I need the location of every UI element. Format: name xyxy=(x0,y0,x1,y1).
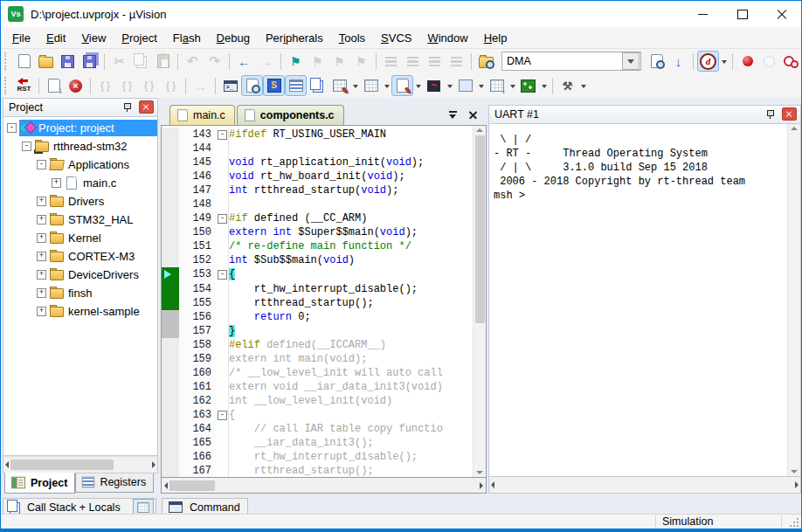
command-window-button[interactable]: >_ xyxy=(220,76,240,95)
search-combobox[interactable]: DMA xyxy=(501,52,641,71)
pin-icon[interactable] xyxy=(766,109,775,119)
toolbar-grip[interactable] xyxy=(4,77,10,94)
undo-button[interactable]: ↶ xyxy=(183,52,203,71)
tab-project[interactable]: Project xyxy=(4,473,75,494)
menu-tools[interactable]: Tools xyxy=(331,29,373,47)
tree-expander-icon[interactable]: + xyxy=(37,197,46,206)
memory-window-button[interactable] xyxy=(361,76,381,95)
tree-item-applications[interactable]: -Applications xyxy=(3,155,157,174)
indent-button[interactable] xyxy=(381,52,401,71)
uart-output[interactable]: \ | /- RT - Thread Operating System / | … xyxy=(488,123,801,477)
analysis-window-button[interactable]: ~ xyxy=(424,76,444,95)
tree-expander-icon[interactable]: + xyxy=(37,288,46,298)
dropdown-arrow-icon[interactable] xyxy=(382,76,391,95)
minimize-button[interactable] xyxy=(683,1,722,27)
tree-item-stm32-hal[interactable]: +STM32_HAL xyxy=(3,211,157,229)
menu-peripherals[interactable]: Peripherals xyxy=(258,29,331,47)
save-all-button[interactable] xyxy=(80,52,100,71)
insert-breakpoint-button[interactable] xyxy=(737,52,757,71)
step-button[interactable]: { } xyxy=(95,76,115,95)
tree-item-rtthread-stm32[interactable]: -rtthread-stm32 xyxy=(3,137,157,155)
tree-expander-icon[interactable]: - xyxy=(7,123,17,133)
new-file-button[interactable] xyxy=(14,52,34,71)
resize-grip[interactable] xyxy=(797,525,799,527)
copy-button[interactable] xyxy=(131,52,151,71)
scroll-down-icon[interactable] xyxy=(476,471,483,474)
fold-column[interactable]: - xyxy=(217,408,229,422)
fold-column[interactable]: - xyxy=(217,128,229,142)
disassembly-window-button[interactable] xyxy=(242,76,262,95)
project-horizontal-scrollbar[interactable] xyxy=(3,456,158,473)
editor-horizontal-scrollbar[interactable] xyxy=(161,478,487,494)
registers-window-button[interactable] xyxy=(286,76,306,95)
prev-bookmark-button[interactable]: ⚑ xyxy=(329,52,349,71)
symbol-window-button[interactable]: S xyxy=(264,76,284,95)
editor-vertical-scrollbar[interactable] xyxy=(473,126,486,477)
run-to-cursor-button[interactable]: { } xyxy=(161,76,181,95)
scrollbar-thumb[interactable] xyxy=(169,480,215,491)
call-stack-window-button[interactable] xyxy=(308,76,328,95)
panel-close-icon[interactable] xyxy=(139,100,154,114)
menu-flash[interactable]: Flash xyxy=(165,29,209,47)
dropdown-arrow-icon[interactable] xyxy=(476,76,486,95)
step-out-button[interactable]: { } xyxy=(139,76,159,95)
step-over-button[interactable]: { } xyxy=(117,76,137,95)
toolbox-button[interactable] xyxy=(518,76,538,95)
disable-breakpoint-button[interactable] xyxy=(759,52,779,71)
trace-window-button[interactable] xyxy=(455,76,475,95)
menu-debug[interactable]: Debug xyxy=(209,29,258,47)
menu-window[interactable]: Window xyxy=(419,29,475,47)
tree-item-devicedrivers[interactable]: +DeviceDrivers xyxy=(3,266,157,284)
debug-settings-button[interactable]: ⚒ xyxy=(557,76,577,95)
tree-item-kernel-sample[interactable]: +kernel-sample xyxy=(3,302,157,321)
scroll-up-icon[interactable] xyxy=(791,127,798,130)
serial-window-button[interactable]: ✎ xyxy=(392,76,412,95)
tree-expander-icon[interactable]: + xyxy=(37,307,46,316)
tree-item-main-c[interactable]: +main.c xyxy=(3,174,157,192)
dropdown-arrow-icon[interactable] xyxy=(508,76,517,95)
start-stop-debug-button[interactable]: d xyxy=(698,52,718,71)
stop-button[interactable]: × xyxy=(66,76,86,95)
menu-help[interactable]: Help xyxy=(476,29,515,47)
toggle-bookmark-button[interactable]: ⚑ xyxy=(286,52,306,71)
scrollbar-thumb[interactable] xyxy=(475,135,485,323)
find-in-files-button[interactable] xyxy=(476,52,496,71)
fold-collapse-icon[interactable]: - xyxy=(218,411,227,420)
open-file-button[interactable] xyxy=(36,52,56,71)
scroll-right-icon[interactable] xyxy=(152,461,156,468)
dropdown-arrow-icon[interactable] xyxy=(578,76,588,95)
incremental-find-button[interactable]: ↓ xyxy=(668,52,688,71)
scroll-up-icon[interactable] xyxy=(476,128,483,132)
pin-icon[interactable] xyxy=(123,102,132,112)
tab-components-c[interactable]: components.c xyxy=(237,105,344,125)
scrollbar-thumb[interactable] xyxy=(10,459,114,470)
scroll-left-icon[interactable] xyxy=(491,481,494,488)
save-button[interactable] xyxy=(58,52,78,71)
menu-view[interactable]: View xyxy=(73,29,114,47)
tree-expander-icon[interactable]: - xyxy=(37,160,46,169)
system-viewer-button[interactable]: ↓ xyxy=(487,76,507,95)
tree-item-finsh[interactable]: +finsh xyxy=(3,284,157,302)
menu-file[interactable]: File xyxy=(4,29,38,47)
disable-all-breakpoints-button[interactable] xyxy=(781,52,801,71)
dropdown-arrow-icon[interactable] xyxy=(413,76,423,95)
outdent-button[interactable] xyxy=(403,52,423,71)
find-in-files-2-button[interactable] xyxy=(646,52,667,71)
navigate-forward-button[interactable]: → xyxy=(256,52,276,71)
menu-edit[interactable]: Edit xyxy=(38,29,73,47)
uncomment-button[interactable] xyxy=(446,52,467,71)
comment-button[interactable] xyxy=(425,52,445,71)
tree-expander-icon[interactable]: + xyxy=(52,178,61,188)
tree-expander-icon[interactable]: + xyxy=(37,233,46,243)
cut-button[interactable]: ✂ xyxy=(109,52,129,71)
dropdown-arrow-icon[interactable] xyxy=(350,76,360,95)
tree-expander-icon[interactable]: + xyxy=(37,215,46,225)
tab-main-c[interactable]: main.c xyxy=(169,105,235,125)
tree-item-kernel[interactable]: +Kernel xyxy=(3,229,157,247)
toolbar-grip[interactable] xyxy=(4,52,10,70)
tab-registers[interactable]: Registers xyxy=(75,473,154,493)
paste-button[interactable] xyxy=(153,52,173,71)
tree-expander-icon[interactable]: + xyxy=(37,270,46,280)
dropdown-arrow-icon[interactable] xyxy=(445,76,454,95)
menu-project[interactable]: Project xyxy=(114,29,164,47)
